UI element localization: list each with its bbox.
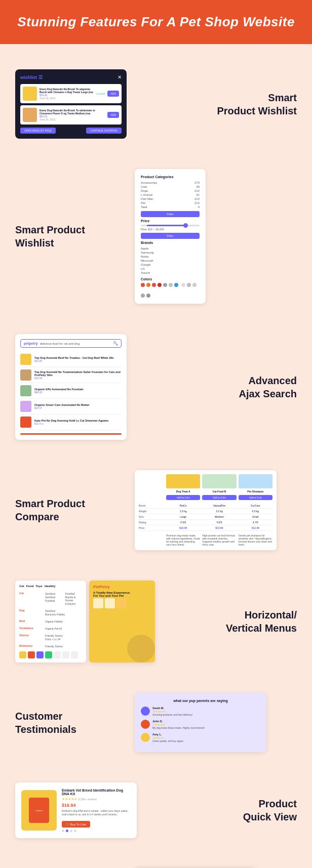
compare-val-price-1: $19.99 (166, 526, 200, 529)
menu-item-multi-1: Friendly Stormy (45, 644, 82, 648)
filter-brand-lg: LG (141, 267, 200, 271)
page-header: Stunning Features For A Pet Shop Website (0, 0, 312, 44)
search-bar[interactable]: petpetry delicious food for cat and dog … (20, 339, 122, 348)
compare-row-weight: Weight 1.5 kg 2.0 kg 0.5 kg (139, 509, 272, 514)
color-dot-white3[interactable] (192, 283, 197, 287)
wishlist-add-btn-2[interactable]: ADD (107, 112, 119, 118)
compare-val-rating-1: 4.5/5 (166, 521, 200, 524)
menu-cat-label-multi: Multistory (19, 644, 42, 648)
search-result-price-4: $24.57 (34, 406, 90, 409)
menu-icon-6 (62, 651, 69, 658)
filter-brand-google: Google (141, 263, 200, 267)
menu-item-line-4: Foodball (65, 592, 83, 595)
qv-price: $16.84 (62, 803, 131, 808)
compare-row-size: Size Large Medium Small (139, 514, 272, 520)
filter-brand-nokia: Nokia (141, 255, 200, 259)
testimonial-text-2: My dog loves these treats. Highly recomm… (152, 726, 260, 730)
hm-box-2 (105, 598, 115, 608)
filter-brands-title: Brands (141, 241, 200, 244)
compare-label-2: Cat Food B (202, 490, 236, 493)
filter-price-dot[interactable] (183, 223, 188, 228)
wishlist-add-btn-1[interactable]: ADD (107, 91, 119, 97)
menu-row-dog: Dog SaniSeal Electronic Fidelity (19, 608, 82, 617)
qv-dot-4[interactable] (74, 830, 76, 832)
compare-btn-2[interactable]: Add to Cart (202, 495, 236, 500)
menu-items-cat: SaniSeal SaniSeal Foodball (45, 592, 62, 605)
color-dot-white5[interactable] (146, 294, 150, 298)
feature-title-menus: Horizontal/Vertical Menus (206, 608, 297, 635)
color-dot-white1[interactable] (181, 283, 185, 287)
qv-dot-3[interactable] (70, 830, 72, 832)
wishlist-open-btn[interactable]: OPEN WISHLIST PAGE (20, 128, 56, 134)
color-dot-lightgray[interactable] (169, 283, 173, 287)
compare-btn-1[interactable]: Add to Cart (166, 495, 200, 500)
filter-price-fill (147, 225, 188, 226)
color-dot-orange[interactable] (146, 283, 150, 287)
feature-row-testimonials-2: CustomerTestimonials Today's Best Ads In… (15, 853, 297, 868)
color-dot-blue[interactable] (174, 283, 178, 287)
search-mockup: petpetry delicious food for cat and dog … (15, 334, 127, 440)
filter-brand-xiaomi: Xiaomi (141, 271, 200, 275)
compare-val-price-3: $12.99 (239, 526, 272, 529)
compare-img-3 (239, 474, 272, 488)
filter-cat-cats: Cats36 (141, 185, 200, 189)
hm-dog-decoration (127, 635, 155, 663)
search-result-title-4: Organic Smart Care Automated No Matter (34, 403, 90, 406)
filter-cat-pet: Pet212 (141, 201, 200, 205)
search-result-img-3 (20, 385, 31, 396)
menu-icon-5 (54, 651, 61, 658)
compare-btn-3[interactable]: Add to Cart (239, 495, 272, 500)
compare-label-1: Dog Treat A (166, 490, 200, 493)
menu-items-bird: Organic Fidelity (45, 619, 82, 623)
color-dot-white4[interactable] (141, 294, 145, 298)
feature-title-testimonials-1: Customer Testimonials (15, 710, 106, 736)
search-result-3: Organic Effo Automated No Fountain $60.0… (20, 383, 122, 399)
qv-product-img: embark (21, 790, 57, 831)
search-result-title-2: Top Dog Kenneld No Treatmentalum Salter … (34, 370, 122, 377)
feature-title-compare: Smart ProductCompare (15, 497, 106, 523)
filter-brand-apple: Apple (141, 246, 200, 251)
compare-attr-rating: Rating (139, 521, 164, 524)
testimonial-item-1: Sarah M. ★★★★★ Amazing products and fast… (141, 707, 260, 717)
menu-cat-label-dog: Dog (19, 609, 42, 616)
filter-cat-accessories: Accessories270 (141, 181, 200, 185)
compare-val-weight-1: 1.5 kg (166, 510, 200, 513)
color-dot-darkred[interactable] (158, 283, 162, 287)
color-dot-gray[interactable] (163, 283, 167, 287)
feature-text-compare: Smart ProductCompare (15, 497, 106, 523)
search-result-img-2 (20, 369, 31, 381)
compare-row-brand: Brand PetCo NaturalPet FurCare (139, 503, 272, 509)
qv-dot-2[interactable] (66, 830, 68, 832)
feature-text-menus: Horizontal/Vertical Menus (206, 608, 297, 635)
menu-item-stormy-2: Food + Lv. 34 (45, 637, 82, 641)
testimonial-avatar-3 (141, 733, 150, 742)
color-dot-white2[interactable] (187, 283, 191, 287)
menu-item-turtle-1: Organic Pet All (45, 627, 82, 630)
color-dot-red2[interactable] (152, 283, 156, 287)
search-result-2: Top Dog Kenneld No Treatmentalum Salter … (20, 367, 122, 383)
filter-btn-2[interactable]: Filter (141, 233, 200, 239)
filter-btn-1[interactable]: Filter (141, 211, 200, 217)
qv-buy-btn[interactable]: 🛒 Buy To Cart (62, 821, 90, 828)
menu-item-line-6: & Electric (65, 602, 83, 605)
menus-mockup-container: Cat Food Toys Healthy Cat SaniSeal SaniS… (15, 581, 157, 663)
wishlist-item-2: Every Dog Naturals No-Brush To administe… (20, 105, 122, 125)
testimonials-heading: what our pup parents are saying (141, 699, 260, 702)
compare-col-1: Dog Treat A Add to Cart (166, 474, 200, 500)
compare-val-size-2: Medium (202, 515, 236, 518)
wishlist-continue-btn[interactable]: CONTINUE SHOPPING (86, 128, 122, 134)
search-icon[interactable]: 🔍 (113, 341, 118, 346)
menu-cat-label-bird: Bird (19, 619, 42, 623)
menu-header-item-toys: Toys (35, 585, 43, 588)
qv-description: Embark's dog DNA test is simple - collec… (62, 809, 131, 816)
compare-desc-2: High-protein cat food formula with essen… (202, 534, 236, 546)
filter-mockup-image: Product Categories Accessories270 Cats36… (135, 169, 297, 304)
qv-dot-1[interactable] (62, 830, 64, 832)
filter-colors (141, 283, 200, 298)
color-dot-red[interactable] (141, 283, 145, 287)
hm-box-3 (116, 598, 127, 608)
feature-row-filter: Smart ProductWishlist Product Categories… (15, 154, 297, 319)
wishlist-close-icon[interactable]: ✕ (118, 74, 122, 80)
testimonial-content-2: John D. ★★★★★ My dog loves these treats.… (152, 720, 260, 730)
feature-row-search: petpetry delicious food for cat and dog … (15, 319, 297, 455)
